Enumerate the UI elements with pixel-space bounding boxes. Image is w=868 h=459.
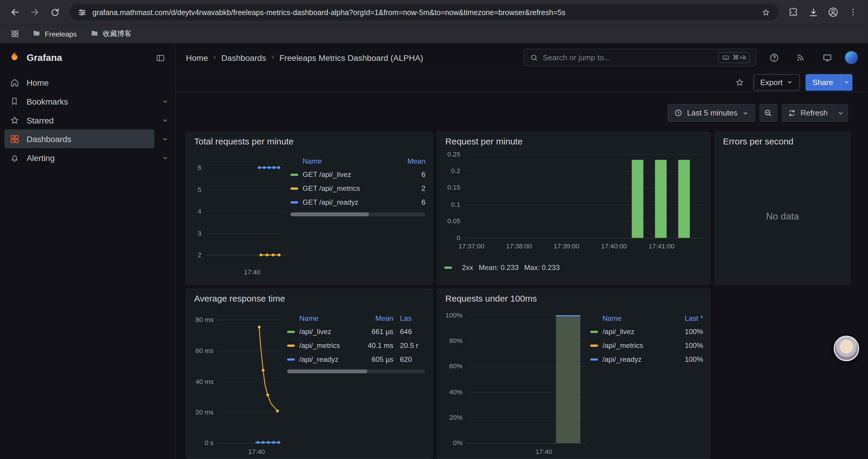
favorite-star-icon[interactable] [732, 74, 748, 90]
chevron-down-icon [843, 78, 850, 86]
assistant-avatar-widget[interactable] [834, 336, 859, 361]
search-shortcut-badge: ⌘+k [718, 52, 750, 63]
time-range-picker[interactable]: Last 5 minutes [668, 104, 755, 122]
chevron-down-icon[interactable] [154, 92, 175, 111]
legend-name[interactable]: /api/_metrics [299, 341, 361, 350]
panel-request-per-minute: Request per minute 0.250.20.150.10.05017… [437, 132, 710, 285]
sidebar-item-label: Bookmarks [27, 97, 68, 106]
sidebar-collapse-icon[interactable] [153, 51, 168, 65]
x-axis-tick: 17:39:00 [553, 242, 579, 250]
chevron-down-icon [837, 109, 844, 117]
chevron-down-icon[interactable] [154, 148, 175, 167]
legend-mean: 605 µs [361, 355, 394, 363]
legend-header-name[interactable]: Name [303, 157, 393, 165]
sidebar-item-label: Starred [27, 115, 54, 125]
zoom-out-icon [764, 108, 773, 118]
news-feed-icon[interactable] [792, 49, 809, 66]
url-bar[interactable]: grafana.mathmast.com/d/deytv4rwavabkb/fr… [70, 4, 778, 21]
y-axis-tick: 0 [444, 234, 460, 241]
legend-row: GET /api/_metrics2 [290, 182, 426, 195]
apps-grid-icon[interactable] [8, 27, 22, 41]
legend-scrollbar-thumb[interactable] [287, 369, 368, 373]
legend-name[interactable]: GET /api/_readyz [303, 198, 393, 206]
series-color-swatch [590, 330, 598, 333]
breadcrumb-item: Freeleaps Metrics Dashboard (ALPHA) [279, 53, 423, 62]
legend-row: /api/_readyz100% [590, 352, 703, 366]
sidebar-link-starred[interactable]: Starred [4, 111, 154, 130]
sidebar-link-bookmarks[interactable]: Bookmarks [4, 92, 154, 111]
share-menu-chevron[interactable] [840, 74, 852, 90]
legend-name[interactable]: GET /api/_metrics [303, 184, 393, 193]
panel-title[interactable]: Total requests per minute [194, 137, 426, 147]
panel-title[interactable]: Average response time [194, 294, 426, 304]
help-icon[interactable] [765, 49, 783, 66]
panel-title[interactable]: Request per minute [445, 137, 703, 147]
chevron-down-icon[interactable] [154, 129, 175, 148]
legend-mean: 6 [393, 170, 426, 179]
series-color-swatch [287, 330, 295, 333]
legend-row: GET /api/_readyz6 [290, 195, 426, 209]
series-color-swatch [444, 266, 452, 268]
legend-name[interactable]: /api/_readyz [299, 355, 361, 363]
panel-title[interactable]: Requests under 100ms [445, 294, 703, 304]
y-axis-tick: 0.1 [444, 201, 460, 208]
chevron-down-icon[interactable] [154, 111, 175, 130]
profile-icon[interactable] [824, 3, 843, 22]
y-axis-tick: 80% [444, 337, 463, 345]
export-button[interactable]: Export [754, 74, 800, 90]
legend-header-last[interactable]: Las [400, 314, 426, 322]
legend-name[interactable]: /api/_metrics [602, 341, 671, 350]
legend-name[interactable]: /api/_livez [602, 328, 671, 336]
chevron-down-icon [786, 78, 793, 86]
gridline [464, 188, 704, 189]
search-input[interactable] [543, 53, 714, 62]
sidebar-link-alerting[interactable]: Alerting [4, 148, 154, 167]
bookmark-folder[interactable]: Freeleaps [28, 27, 81, 41]
legend-header-last[interactable]: Last * [671, 314, 703, 322]
legend-header-name[interactable]: Name [299, 314, 361, 322]
x-axis-tick: 17:40 [244, 268, 260, 276]
refresh-button[interactable]: Refresh [782, 104, 834, 122]
reload-icon[interactable] [45, 3, 64, 22]
share-button[interactable]: Share [805, 74, 840, 90]
monitor-icon[interactable] [818, 49, 836, 66]
browser-menu-icon[interactable] [844, 3, 863, 22]
downloads-icon[interactable] [804, 3, 823, 22]
breadcrumb-item[interactable]: Dashboards [221, 53, 266, 62]
url-text[interactable]: grafana.mathmast.com/d/deytv4rwavabkb/fr… [92, 8, 754, 16]
forward-icon[interactable] [25, 3, 44, 22]
site-settings-icon[interactable] [76, 6, 87, 18]
refresh-interval-chevron[interactable] [834, 104, 848, 122]
bookmark-folder[interactable]: 收藏博客 [86, 27, 136, 41]
legend-header-name[interactable]: Name [602, 314, 671, 322]
extensions-icon[interactable] [784, 3, 803, 22]
legend-header-mean[interactable]: Mean [393, 157, 426, 165]
bookmark-star-icon[interactable] [760, 6, 772, 18]
x-axis-tick: 17:40 [248, 448, 265, 456]
legend-name[interactable]: /api/_livez [299, 328, 361, 336]
plot-area [205, 167, 286, 255]
search-box[interactable]: ⌘+k [524, 49, 756, 66]
series-color-swatch [290, 201, 298, 203]
sidebar-item-dashboards: Dashboards [0, 129, 176, 148]
sidebar-item-bookmarks: Bookmarks [0, 92, 176, 111]
user-avatar[interactable] [845, 51, 858, 64]
legend-header-mean[interactable]: Mean [361, 314, 394, 322]
y-axis-tick: 0.25 [444, 150, 460, 158]
legend-name[interactable]: /api/_readyz [602, 355, 671, 363]
series-name[interactable]: 2xx [462, 263, 473, 271]
legend-scrollbar-thumb[interactable] [290, 212, 369, 216]
sidebar-link-dashboards[interactable]: Dashboards [4, 129, 154, 148]
zoom-out-button[interactable] [760, 104, 777, 122]
y-axis-tick: 3 [193, 229, 202, 237]
grafana-logo-icon[interactable] [8, 50, 21, 66]
y-axis-tick: 60% [444, 362, 463, 370]
legend-scrollbar [287, 369, 426, 373]
back-icon[interactable] [6, 3, 25, 22]
series-color-swatch [290, 173, 298, 175]
breadcrumb-item[interactable]: Home [186, 53, 208, 62]
panel-title[interactable]: Errors per second [723, 137, 843, 147]
legend-name[interactable]: GET /api/_livez [303, 170, 393, 179]
sidebar-link-home[interactable]: Home [4, 73, 176, 92]
legend-mean: 40.1 ms [361, 341, 394, 350]
